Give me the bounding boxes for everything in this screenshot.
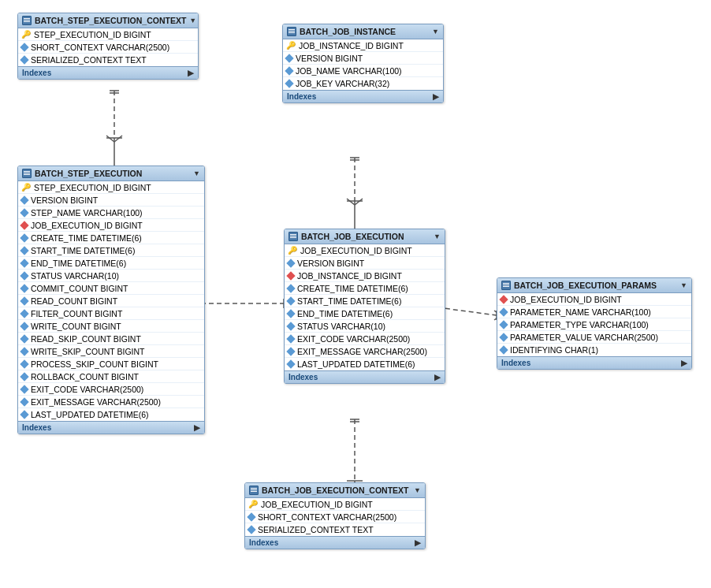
field-row: 🔑 JOB_EXECUTION_ID BIGINT [285,244,445,257]
field-name: JOB_EXECUTION_ID BIGINT [261,500,373,509]
diamond-icon [20,359,28,368]
table-icon-bse [22,169,32,178]
dropdown-bje[interactable]: ▼ [434,233,441,240]
field-row: PARAMETER_TYPE VARCHAR(100) [497,318,691,331]
field-name: PARAMETER_TYPE VARCHAR(100) [510,320,649,329]
key-icon: 🔑 [288,246,297,255]
red-diamond-icon [499,295,508,303]
table-title-bsec: BATCH_STEP_EXECUTION_CONTEXT [35,16,186,25]
field-name: READ_SKIP_COUNT BIGINT [31,334,141,344]
field-name: SHORT_CONTEXT VARCHAR(2500) [31,43,169,52]
diamond-icon [286,322,295,330]
field-row: END_TIME DATETIME(6) [18,257,204,270]
table-icon-bjep [501,281,511,290]
red-diamond-icon [286,271,295,280]
field-row: PROCESS_SKIP_COUNT BIGINT [18,358,204,370]
key-icon: 🔑 [286,41,296,50]
dropdown-bjep[interactable]: ▼ [680,281,687,289]
field-row: SERIALIZED_CONTEXT TEXT [18,54,198,66]
diagram-canvas: BATCH_STEP_EXECUTION_CONTEXT ▼ 🔑 STEP_EX… [0,0,711,588]
field-row: STEP_NAME VARCHAR(100) [18,207,204,219]
dropdown-bsec[interactable]: ▼ [189,17,196,24]
field-name: LAST_UPDATED DATETIME(6) [31,410,149,419]
diamond-icon [20,397,28,406]
diamond-icon [20,43,28,51]
field-name: END_TIME DATETIME(6) [31,259,126,268]
diamond-icon [20,322,28,330]
diamond-icon [286,259,295,267]
key-icon: 🔑 [248,500,258,508]
field-name: STATUS VARCHAR(10) [297,322,385,331]
diamond-icon [247,512,255,521]
dropdown-bji[interactable]: ▼ [432,28,439,35]
table-icon-bji [287,27,296,36]
field-name: SERIALIZED_CONTEXT TEXT [31,55,147,65]
field-row: LAST_UPDATED DATETIME(6) [285,358,445,370]
field-name: FILTER_COUNT BIGINT [31,309,122,318]
field-name: CREATE_TIME DATETIME(6) [31,233,142,243]
table-footer-bjec[interactable]: Indexes ▶ [245,536,425,549]
field-name: EXIT_CODE VARCHAR(2500) [31,385,143,394]
field-name: READ_COUNT BIGINT [31,296,117,306]
field-row: SHORT_CONTEXT VARCHAR(2500) [245,511,425,523]
field-row: START_TIME DATETIME(6) [285,295,445,307]
table-header-bje: BATCH_JOB_EXECUTION ▼ [285,229,445,244]
diamond-icon [247,525,255,534]
diamond-icon [20,309,28,318]
key-icon: 🔑 [21,30,31,39]
key-icon: 🔑 [21,183,31,192]
table-header-bjep: BATCH_JOB_EXECUTION_PARAMS ▼ [497,278,691,293]
diamond-icon [285,79,293,87]
table-footer-bjep[interactable]: Indexes ▶ [497,356,691,369]
field-name: EXIT_MESSAGE VARCHAR(2500) [297,347,427,356]
field-row: JOB_KEY VARCHAR(32) [283,77,443,90]
table-title-bjep: BATCH_JOB_EXECUTION_PARAMS [514,281,657,290]
field-row: VERSION BIGINT [283,52,443,65]
field-row: 🔑 JOB_INSTANCE_ID BIGINT [283,39,443,52]
table-footer-bsec[interactable]: Indexes ▶ [18,66,198,79]
diamond-icon [20,385,28,393]
svg-line-11 [355,199,363,205]
field-name: WRITE_SKIP_COUNT BIGINT [31,347,145,356]
field-name: START_TIME DATETIME(6) [297,296,401,306]
footer-arrow: ▶ [434,373,441,381]
field-row: CREATE_TIME DATETIME(6) [285,282,445,295]
field-row: STATUS VARCHAR(10) [285,320,445,333]
footer-arrow: ▶ [433,92,439,101]
field-name: ROLLBACK_COUNT BIGINT [31,372,139,381]
field-row: 🔑 JOB_EXECUTION_ID BIGINT [245,498,425,511]
field-name: STEP_EXECUTION_ID BIGINT [34,183,151,192]
table-footer-bje[interactable]: Indexes ▶ [285,370,445,383]
dropdown-bse[interactable]: ▼ [193,169,200,177]
fields-bji: 🔑 JOB_INSTANCE_ID BIGINT VERSION BIGINT … [283,39,443,90]
field-row: WRITE_SKIP_COUNT BIGINT [18,345,204,358]
field-name: VERSION BIGINT [297,259,364,268]
diamond-icon [286,359,295,368]
table-footer-bji[interactable]: Indexes ▶ [283,90,443,102]
field-name: SHORT_CONTEXT VARCHAR(2500) [258,512,396,522]
field-row: CREATE_TIME DATETIME(6) [18,232,204,244]
field-name: JOB_NAME VARCHAR(100) [296,66,402,76]
field-name: JOB_KEY VARCHAR(32) [296,79,389,88]
field-row: FILTER_COUNT BIGINT [18,307,204,320]
field-name: STATUS VARCHAR(10) [31,271,119,281]
svg-line-2 [114,136,122,142]
field-row: JOB_INSTANCE_ID BIGINT [285,270,445,282]
diamond-icon [20,195,28,204]
fields-bjep: JOB_EXECUTION_ID BIGINT PARAMETER_NAME V… [497,293,691,356]
dropdown-bjec[interactable]: ▼ [414,486,421,494]
diamond-icon [20,233,28,242]
field-row: EXIT_MESSAGE VARCHAR(2500) [285,345,445,358]
table-icon-bje [288,232,298,241]
table-icon-bjec [249,486,259,495]
table-footer-bse[interactable]: Indexes ▶ [18,421,204,434]
field-row: 🔑 STEP_EXECUTION_ID BIGINT [18,181,204,194]
fields-bse: 🔑 STEP_EXECUTION_ID BIGINT VERSION BIGIN… [18,181,204,421]
field-name: LAST_UPDATED DATETIME(6) [297,359,415,369]
field-row: END_TIME DATETIME(6) [285,307,445,320]
field-row: JOB_EXECUTION_ID BIGINT [18,219,204,232]
diamond-icon [499,320,508,329]
field-name: PARAMETER_VALUE VARCHAR(2500) [510,333,658,342]
field-row: 🔑 STEP_EXECUTION_ID BIGINT [18,28,198,41]
diamond-icon [20,347,28,355]
